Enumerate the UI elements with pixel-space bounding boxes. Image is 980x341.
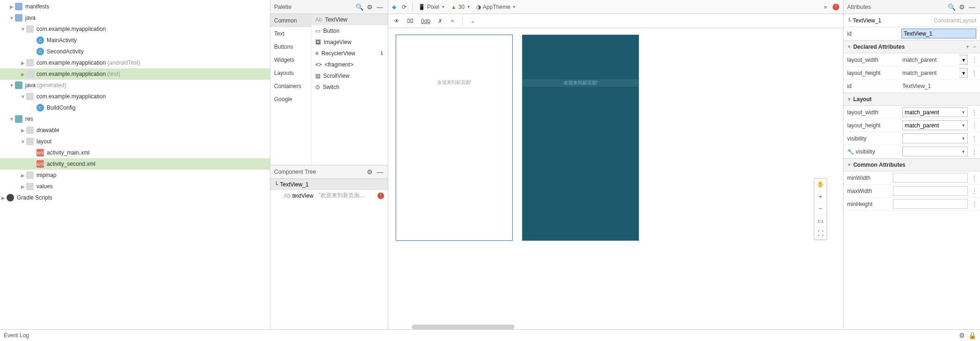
palette-item-recyclerview[interactable]: ≡RecyclerView⬇ <box>312 48 388 59</box>
palette-item-textview[interactable]: AbTextView <box>312 14 388 25</box>
gear-icon[interactable]: ⚙ <box>958 3 966 11</box>
dropdown-icon[interactable]: ▾ <box>959 55 968 65</box>
attr-value[interactable]: TextView_1 <box>902 83 976 89</box>
chevron-right-icon[interactable]: ▶ <box>20 184 26 189</box>
tree-item-buildconfig[interactable]: CBuildConfig <box>0 102 270 113</box>
tree-item-activity-main[interactable]: xmlactivity_main.xml <box>0 147 270 158</box>
chevron-down-icon[interactable]: ▼ <box>8 15 15 21</box>
search-icon[interactable]: 🔍 <box>355 3 363 11</box>
tools-visibility-combo[interactable]: ▼ <box>902 147 968 156</box>
horizontal-scrollbar[interactable] <box>412 325 515 329</box>
tree-item-secondactivity[interactable]: CSecondActivity <box>0 46 270 57</box>
chevron-right-icon[interactable]: ▶ <box>20 60 26 66</box>
layout-height-combo[interactable]: match_parent▼ <box>902 120 968 130</box>
common-attributes-section[interactable]: ▼Common Attributes <box>843 158 980 171</box>
maxwidth-input[interactable] <box>893 186 968 196</box>
chevron-down-icon[interactable]: ▼ <box>20 94 26 99</box>
textview-preview-blueprint[interactable]: 欢迎来到新页面! <box>523 79 639 87</box>
attr-value[interactable]: match_parent <box>902 57 956 63</box>
palette-cat-google[interactable]: Google <box>270 93 311 106</box>
more-icon[interactable]: ⋮ <box>972 70 976 76</box>
design-surface[interactable]: 欢迎来到新页面! <box>396 35 513 241</box>
minheight-input[interactable] <box>893 199 968 209</box>
more-icon[interactable]: ⋮ <box>972 148 976 155</box>
theme-picker[interactable]: ◑AppTheme▼ <box>476 4 516 10</box>
chevron-down-icon[interactable]: ▼ <box>8 83 15 88</box>
more-icon[interactable]: ⋮ <box>972 201 976 208</box>
status-gear-icon[interactable]: ⚙ <box>958 331 966 340</box>
palette-cat-widgets[interactable]: Widgets <box>270 53 311 67</box>
api-picker[interactable]: ▲30▼ <box>451 4 471 10</box>
chevron-right-icon[interactable]: ▶ <box>20 72 26 77</box>
zoom-reset-icon[interactable]: 1:1 <box>814 215 827 227</box>
infer-constraints-icon[interactable]: ✧ <box>450 18 455 24</box>
tree-item-gen-package[interactable]: ▼com.example.myapplication <box>0 91 270 102</box>
error-icon[interactable]: ! <box>377 193 384 199</box>
orientation-icon[interactable]: ⟳ <box>402 4 407 10</box>
project-tree[interactable]: ▶manifests ▼java ▼com.example.myapplicat… <box>0 0 270 329</box>
more-icon[interactable]: ⋮ <box>972 122 976 129</box>
dropdown-icon[interactable]: ▾ <box>959 68 968 78</box>
visibility-combo[interactable]: ▼ <box>902 133 968 143</box>
align-icon[interactable]: ⫠ <box>470 18 476 24</box>
tree-item-androidtest[interactable]: ▶com.example.myapplication (androidTest) <box>0 57 270 68</box>
tree-item-activity-second[interactable]: xmlactivity_second.xml <box>0 158 270 170</box>
palette-item-imageview[interactable]: 🖼ImageView <box>312 37 388 48</box>
palette-cat-text[interactable]: Text <box>270 27 311 40</box>
status-lock-icon[interactable]: 🔒 <box>968 331 976 340</box>
attr-value[interactable]: match_parent <box>902 70 956 76</box>
tree-item-mainactivity[interactable]: CMainActivity <box>0 35 270 46</box>
tree-item-drawable[interactable]: ▶drawable <box>0 125 270 136</box>
palette-item-switch[interactable]: ⊙Switch <box>312 82 388 93</box>
more-icon[interactable]: ⋮ <box>972 109 976 116</box>
surface-select-icon[interactable]: ◆ <box>392 4 396 10</box>
minimize-icon[interactable]: — <box>376 168 384 176</box>
minwidth-input[interactable] <box>893 173 968 183</box>
tree-item-layout[interactable]: ▼layout <box>0 136 270 147</box>
chevron-right-icon[interactable]: ▶ <box>20 173 26 178</box>
component-tree-child[interactable]: AbtextView "欢迎来到新页面...! <box>270 190 388 201</box>
layout-section[interactable]: ▼Layout <box>843 93 980 106</box>
component-tree-root[interactable]: └TextView_1 <box>270 179 388 190</box>
tree-item-mipmap[interactable]: ▶mipmap <box>0 170 270 181</box>
palette-cat-buttons[interactable]: Buttons <box>270 40 311 53</box>
add-attribute-icon[interactable]: + <box>966 44 969 50</box>
default-margin[interactable]: 0dp <box>421 18 430 24</box>
more-icon[interactable]: ⋮ <box>972 188 976 194</box>
tree-item-manifests[interactable]: ▶manifests <box>0 1 270 12</box>
layout-width-combo[interactable]: match_parent▼ <box>902 107 968 117</box>
magnet-icon[interactable]: ⌧ <box>407 18 414 24</box>
download-icon[interactable]: ⬇ <box>379 50 384 57</box>
more-icon[interactable]: ⋮ <box>972 135 976 142</box>
tree-item-java[interactable]: ▼java <box>0 12 270 23</box>
chevron-down-icon[interactable]: ▼ <box>20 139 26 144</box>
tree-item-java-generated[interactable]: ▼java (generated) <box>0 80 270 91</box>
chevron-down-icon[interactable]: ▼ <box>8 117 15 122</box>
zoom-in-icon[interactable]: + <box>814 191 827 203</box>
tree-item-package[interactable]: ▼com.example.myapplication <box>0 23 270 35</box>
palette-cat-layouts[interactable]: Layouts <box>270 67 311 80</box>
clear-constraints-icon[interactable]: ✗ <box>438 18 443 24</box>
remove-attribute-icon[interactable]: − <box>973 44 976 50</box>
component-tree[interactable]: └TextView_1 AbtextView "欢迎来到新页面...! <box>270 179 388 330</box>
id-input[interactable] <box>901 29 976 38</box>
overflow-icon[interactable]: » <box>824 4 827 10</box>
blueprint-surface[interactable]: 欢迎来到新页面! <box>522 35 639 241</box>
view-options-icon[interactable]: 👁 <box>394 18 399 24</box>
palette-item-button[interactable]: ▭Button <box>312 25 388 37</box>
pan-icon[interactable]: ✋ <box>814 178 827 191</box>
tree-item-values[interactable]: ▶values <box>0 181 270 192</box>
palette-item-fragment[interactable]: <><fragment> <box>312 59 388 70</box>
chevron-right-icon[interactable]: ▶ <box>20 128 26 133</box>
minimize-icon[interactable]: — <box>376 3 384 11</box>
gear-icon[interactable]: ⚙ <box>365 3 374 11</box>
chevron-right-icon[interactable]: ▶ <box>8 4 15 9</box>
minimize-icon[interactable]: — <box>968 3 976 11</box>
chevron-down-icon[interactable]: ▼ <box>20 27 26 32</box>
device-picker[interactable]: 📱Pixel▼ <box>418 4 445 10</box>
more-icon[interactable]: ⋮ <box>972 57 976 63</box>
gear-icon[interactable]: ⚙ <box>365 168 374 176</box>
zoom-fit-icon[interactable]: ⛶ <box>814 227 827 239</box>
tree-item-res[interactable]: ▼res <box>0 113 270 125</box>
declared-attributes-section[interactable]: ▼Declared Attributes +− <box>843 40 980 53</box>
